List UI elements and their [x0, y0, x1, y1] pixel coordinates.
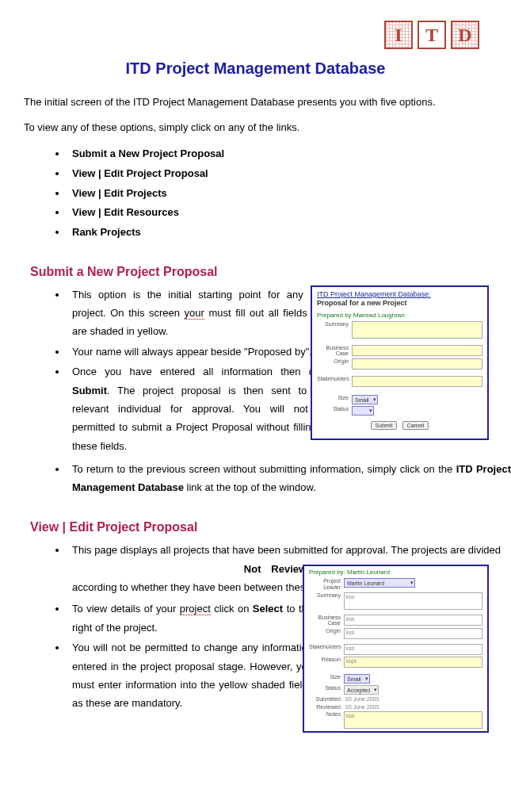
label2-status: Status — [309, 685, 344, 691]
value-reviewed: 03 June 2003 — [344, 704, 379, 710]
select2-size[interactable]: Small — [344, 674, 370, 684]
label-size: Size — [317, 395, 352, 401]
select-size[interactable]: Small — [352, 395, 378, 404]
section1-bullet-1: This option is the initial starting poin… — [67, 285, 329, 341]
label2-summary: Summary — [309, 592, 344, 599]
input2-business-case[interactable]: kss — [344, 615, 482, 626]
input2-origin[interactable]: kss — [344, 628, 482, 639]
input-summary[interactable] — [352, 321, 482, 339]
label-stakeholders: Stakeholders — [317, 376, 352, 382]
logo-letter-i: I — [384, 21, 413, 49]
label-origin: Origin — [317, 358, 352, 365]
page-title: ITD Project Management Database — [24, 59, 487, 78]
label2-notes: Notes — [309, 711, 344, 718]
input-origin[interactable] — [352, 358, 482, 370]
label2-stakeholders: Stakeholders — [309, 644, 344, 650]
section-submit-heading: Submit a New Project Proposal — [30, 265, 487, 279]
input2-reason[interactable]: kspt — [344, 657, 482, 668]
submit-button[interactable]: Submit — [371, 421, 398, 430]
intro-line-2: To view any of these options, simply cli… — [24, 119, 487, 136]
option-view-edit-resources: View | Edit Resources — [67, 203, 487, 223]
label-project-leader: Project Leader — [309, 578, 344, 590]
option-rank-projects: Rank Projects — [67, 223, 487, 243]
form-db-link[interactable]: ITD Project Management Database: — [317, 290, 482, 298]
proposal-form-screenshot: ITD Project Management Database: Proposa… — [311, 285, 489, 440]
label-business-case: Business Case — [317, 345, 352, 357]
itd-logo: I T D — [384, 21, 479, 49]
label-status: Status — [317, 406, 352, 412]
section1-bullet-2: Your name will always appear beside "Pro… — [67, 343, 329, 361]
logo-letter-t: T — [418, 21, 446, 49]
logo-letter-d: D — [451, 21, 479, 49]
label2-submitted: Submitted — [309, 696, 344, 703]
input-stakeholders[interactable] — [352, 376, 482, 387]
label2-reviewed: Reviewed — [309, 704, 344, 710]
form2-prepared-by: Prepared by: Martin Leonard — [304, 566, 487, 577]
form-subtitle: Proposal for a new Project — [317, 299, 482, 307]
input2-summary[interactable]: kss — [344, 592, 482, 610]
label-summary: Summary — [317, 321, 352, 327]
input2-stakeholders[interactable]: kss — [344, 644, 482, 655]
section1-bullet-4: To return to the previous screen without… — [67, 460, 511, 497]
section2-bullet-2: To view details of your project click on… — [67, 599, 313, 637]
select-project-leader[interactable]: Martin Leonard — [344, 578, 415, 588]
select-status[interactable] — [352, 406, 374, 416]
section-submit-body: ITD Project Management Database: Proposa… — [24, 285, 487, 497]
section-viewedit-body: Prepared by: Martin Leonard Project Lead… — [24, 541, 487, 713]
label2-reason: Reason — [309, 657, 344, 663]
label2-business-case: Business Case — [309, 615, 344, 626]
section-viewedit-heading: View | Edit Project Proposal — [30, 520, 487, 534]
intro-line-1: The initial screen of the ITD Project Ma… — [24, 94, 487, 111]
input-business-case[interactable] — [352, 345, 482, 356]
select2-status: Accepted — [344, 685, 379, 695]
value-submitted: 03 June 2003 — [344, 696, 379, 702]
proposal-detail-screenshot: Prepared by: Martin Leonard Project Lead… — [303, 565, 489, 733]
options-list: Submit a New Project Proposal View | Edi… — [67, 144, 487, 242]
section2-bullet-3: You will not be permitted to change any … — [67, 638, 313, 713]
option-view-edit-projects: View | Edit Projects — [67, 184, 487, 204]
input2-notes[interactable]: kss — [344, 711, 482, 729]
form-prepared-by: Prepared by Mairead Loughran — [312, 308, 487, 320]
option-submit-new: Submit a New Project Proposal — [67, 144, 487, 164]
label2-size: Size — [309, 674, 344, 680]
cancel-button[interactable]: Cancel — [402, 421, 429, 430]
option-view-edit-proposal: View | Edit Project Proposal — [67, 164, 487, 184]
label2-origin: Origin — [309, 628, 344, 634]
